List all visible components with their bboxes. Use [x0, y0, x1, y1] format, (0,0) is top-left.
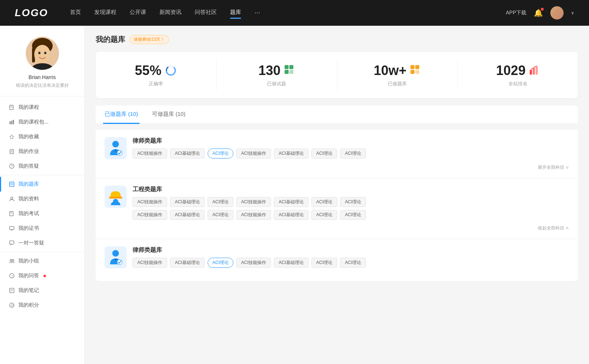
tab-done-banks[interactable]: 已做题库 (10)	[103, 106, 140, 124]
sidebar-item-favorites[interactable]: 我的收藏	[0, 129, 84, 144]
sidebar-item-label: 我的问答	[18, 272, 39, 279]
tags-row-1: ACI技能操作 ACI基础理论 ACI理论 ACI技能操作 ACI基础理论 AC…	[133, 149, 569, 158]
sidebar-item-label: 我的积分	[18, 302, 39, 308]
tag[interactable]: ACI技能操作	[236, 258, 271, 268]
tag[interactable]: ACI理论	[340, 210, 366, 220]
svg-point-4	[38, 52, 40, 54]
svg-point-31	[12, 260, 14, 261]
sidebar-profile: Brian Harris 错误的决定比没有决定要好	[0, 37, 84, 96]
tag-active[interactable]: ACI理论	[208, 149, 233, 158]
profile-name: Brian Harris	[7, 74, 77, 80]
avatar[interactable]	[550, 6, 564, 19]
file-icon	[9, 104, 15, 110]
svg-rect-50	[530, 70, 532, 75]
nav-link-qbank[interactable]: 题库	[230, 9, 241, 17]
nav-app-download[interactable]: APP下载	[506, 10, 526, 16]
svg-text:积: 积	[11, 304, 14, 307]
sidebar-item-1on1[interactable]: 一对一答疑	[0, 236, 84, 250]
tag[interactable]: ACI技能操作	[236, 210, 271, 220]
nav-right: APP下载 🔔 ∨	[506, 6, 574, 19]
nav-more[interactable]: ···	[254, 9, 260, 17]
notification-bell-icon[interactable]: 🔔	[534, 8, 543, 17]
tag-active[interactable]: ACI理论	[208, 258, 233, 268]
nav-logo[interactable]: LOGO	[15, 7, 48, 19]
tag[interactable]: ACI技能操作	[133, 210, 167, 220]
question-circle-icon: ?	[9, 273, 15, 279]
svg-rect-55	[109, 197, 122, 199]
tag[interactable]: ACI技能操作	[236, 149, 271, 158]
svg-marker-13	[10, 135, 14, 139]
tag[interactable]: ACI理论	[311, 197, 337, 207]
svg-rect-27	[10, 226, 14, 229]
exam-icon	[9, 211, 15, 217]
chevron-down-icon[interactable]: ∨	[571, 10, 574, 15]
sidebar-item-label: 我的笔记	[18, 287, 39, 294]
tag[interactable]: ACI技能操作	[133, 258, 167, 268]
qbank-item-engineer: 工程类题库 ACI技能操作 ACI基础理论 ACI理论 ACI技能操作 ACI基…	[96, 178, 578, 239]
page-header: 我的题库 体验剩余23天！	[96, 35, 578, 44]
lawyer-icon-2	[107, 249, 124, 266]
svg-rect-45	[289, 70, 293, 74]
sidebar-item-notes[interactable]: 我的笔记	[0, 283, 84, 298]
qbank-item-3: 律师类题库 ACI技能操作 ACI基础理论 ACI理论 ACI技能操作 ACI基…	[96, 239, 578, 281]
sidebar-item-certificates[interactable]: 我的证书	[0, 221, 84, 236]
sidebar-item-question-bank[interactable]: 我的题库	[0, 177, 84, 192]
expand-link[interactable]: 展开全部科目 ∨	[105, 164, 569, 171]
svg-rect-10	[10, 121, 11, 124]
sidebar-item-label: 一对一答疑	[18, 240, 44, 246]
stat-number-questions: 130	[258, 63, 281, 78]
sidebar-item-label: 我的收藏	[18, 133, 39, 140]
tag[interactable]: ACI理论	[340, 258, 366, 268]
svg-rect-20	[10, 182, 14, 186]
tag[interactable]: ACI理论	[311, 210, 337, 220]
sidebar-item-my-courses[interactable]: 我的课程	[0, 100, 84, 115]
tag[interactable]: ACI技能操作	[133, 197, 167, 207]
sidebar-item-groups[interactable]: 我的小组	[0, 254, 84, 268]
tag[interactable]: ACI基础理论	[170, 149, 205, 158]
svg-rect-49	[415, 70, 419, 74]
notification-dot	[541, 8, 544, 11]
qbank-name: 律师类题库	[133, 137, 569, 145]
sidebar-item-qa[interactable]: ? 我的答疑	[0, 159, 84, 174]
tag[interactable]: ACI技能操作	[236, 197, 271, 207]
nav-link-discover[interactable]: 发现课程	[94, 9, 116, 17]
sidebar-item-homework[interactable]: 我的作业	[0, 144, 84, 159]
tag[interactable]: ACI基础理论	[274, 258, 308, 268]
tag[interactable]: ACI理论	[208, 197, 233, 207]
stat-label-accuracy: 正确率	[149, 81, 163, 87]
tag[interactable]: ACI理论	[208, 210, 233, 220]
tags-row-2b: ACI技能操作 ACI基础理论 ACI理论 ACI技能操作 ACI基础理论 AC…	[133, 210, 569, 220]
group-icon	[9, 258, 15, 264]
nav-link-open[interactable]: 公开课	[130, 9, 146, 17]
tag[interactable]: ACI理论	[311, 149, 337, 158]
profile-motto: 错误的决定比没有决定要好	[7, 82, 77, 89]
sidebar-item-exams[interactable]: 我的考试	[0, 206, 84, 221]
stat-questions: 130 已做试题	[216, 59, 337, 91]
tag[interactable]: ACI基础理论	[274, 149, 308, 158]
sidebar-item-profile[interactable]: 我的资料	[0, 192, 84, 206]
collapse-link[interactable]: 收起全部科目 ∧	[105, 225, 569, 231]
stat-rank: 1029 全站排名	[458, 59, 578, 91]
tag[interactable]: ACI基础理论	[170, 210, 205, 220]
nav-link-qa[interactable]: 问答社区	[195, 9, 217, 17]
svg-rect-47	[415, 65, 419, 69]
tag[interactable]: ACI技能操作	[133, 149, 167, 158]
avatar-image	[26, 37, 59, 70]
nav-link-news[interactable]: 新闻资讯	[159, 9, 181, 17]
tag[interactable]: ACI理论	[340, 149, 366, 158]
sidebar-item-course-packages[interactable]: 我的课程包...	[0, 115, 84, 129]
tag[interactable]: ACI基础理论	[274, 210, 308, 220]
main-content: 我的题库 体验剩余23天！ 55% 正确率 130	[85, 26, 589, 364]
tag[interactable]: ACI基础理论	[274, 197, 308, 207]
tag[interactable]: ACI基础理论	[170, 197, 205, 207]
sidebar-item-points[interactable]: 积 我的积分	[0, 298, 84, 313]
tag[interactable]: ACI基础理论	[170, 258, 205, 268]
stat-main-questions: 130	[258, 63, 294, 78]
sidebar-item-my-qa[interactable]: ? 我的问答	[0, 268, 84, 283]
nav-link-home[interactable]: 首页	[70, 9, 81, 17]
svg-point-5	[44, 52, 46, 54]
tab-available-banks[interactable]: 可做题库 (10)	[151, 106, 187, 124]
tag[interactable]: ACI理论	[311, 258, 337, 268]
tag[interactable]: ACI理论	[340, 197, 366, 207]
svg-rect-52	[536, 66, 538, 75]
